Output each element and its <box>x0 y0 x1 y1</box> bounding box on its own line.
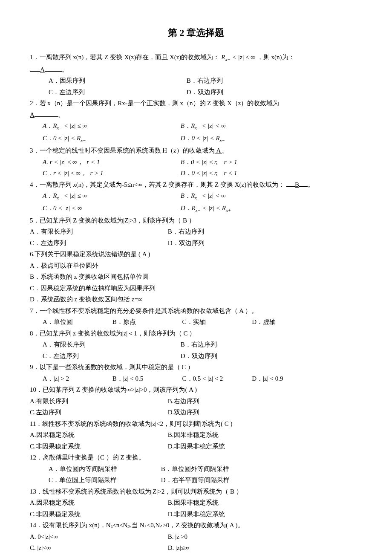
q9-opt-d: D．|z| < 0.9 <box>252 374 320 384</box>
q9-opt-b: B．|z| < 0.5 <box>112 374 181 384</box>
q9-opt-c: C．0.5 < |z| < 2 <box>182 374 251 384</box>
q5-row-cd: C．左边序列 D．双边序列 <box>30 238 362 248</box>
question-5: 5．已知某序列 Z 变换的收敛域为|Z|>3，则该序列为（ B ） <box>30 216 362 225</box>
q8-opt-b: B．右边序列 <box>181 340 317 350</box>
q3-opt-d: D．0 ≤ |z| ≤ r, r < 1 <box>181 168 317 178</box>
q10-opt-c: C.左边序列 <box>30 408 166 417</box>
q3-stem: 3．一个稳定的线性时不变因果系统的系统函数 H（z）的收敛域为 <box>30 147 215 154</box>
q2-answer: A <box>30 111 35 118</box>
q4-opt-c: C．0 < |z| < ∞ <box>43 203 179 213</box>
q7-opt-b: B．原点 <box>112 317 181 327</box>
q11-opt-d: D.非因果非稳定系统 <box>168 442 304 451</box>
q3-row-ab: A. r < |z| ≤ ∞， r < 1 B．0 < |z| ≤ r, r >… <box>30 157 362 167</box>
q11-row-ab: A.因果稳定系统 B.因果非稳定系统 <box>30 430 362 440</box>
q8-row-ab: A．有限长序列 B．右边序列 <box>30 340 362 350</box>
q7-opt-a: A．单位圆 <box>43 317 111 327</box>
q2-row-ab: A．Rx− < |z| ≤ ∞ B．Rx− < |z| < ∞ <box>30 121 362 132</box>
question-1: 1．一离散序列 x(n)，若其 Z 变换 X(z)存在，而且 X(z)的收敛域为… <box>30 52 362 63</box>
q4-period: 。 <box>308 181 314 188</box>
q2-period: 。 <box>58 111 64 118</box>
q3-opt-b: B．0 < |z| ≤ r, r > 1 <box>181 157 317 167</box>
q4-opt-b: B．Rx− < |z| < ∞ <box>181 191 317 202</box>
q13-opt-b: B.因果非稳定系统 <box>168 498 304 508</box>
q11-opt-a: A.因果稳定系统 <box>30 430 166 440</box>
q13-opt-a: A.因果稳定系统 <box>30 498 166 508</box>
q10-opt-b: B.右边序列 <box>168 396 304 406</box>
question-12: 12．离散傅里叶变换是（C ）的 Z 变换。 <box>30 453 362 462</box>
q11-opt-c: C.非因果稳定系统 <box>30 442 166 451</box>
q7-row: A．单位圆 B．原点 C．实轴 D．虚轴 <box>30 317 362 327</box>
q10-opt-d: D.双边序列 <box>168 408 304 417</box>
q14-opt-d: D. |z|≤∞ <box>168 543 304 553</box>
q1-opt-a: A．因果序列 <box>49 76 185 86</box>
q6-opt-b: B．系统函数的 z 变换收敛区间包括单位圆 <box>30 272 362 282</box>
question-13: 13．线性移不变系统的系统函数的收敛域为|Z|>2，则可以判断系统为（ B ） <box>30 487 362 497</box>
q4-opt-a: A．Rx− < |z| ≤ ∞ <box>43 191 179 202</box>
q10-row-ab: A.有限长序列 B.右边序列 <box>30 396 362 406</box>
q12-opt-d: D．右半平面等间隔采样 <box>161 475 297 485</box>
q1-row-ab: A．因果序列 B．右边序列 <box>30 76 362 86</box>
q6-opt-a: A．极点可以在单位圆外 <box>30 261 362 271</box>
q12-opt-b: B．单位圆外等间隔采样 <box>161 464 297 474</box>
q13-row-cd: C.非因果稳定系统 D.非因果非稳定系统 <box>30 509 362 519</box>
q4-row-ab: A．Rx− < |z| ≤ ∞ B．Rx− < |z| < ∞ <box>30 191 362 202</box>
q6-opt-c: C．因果稳定系统的单位抽样响应为因果序列 <box>30 283 362 293</box>
q7-opt-d: D．虚轴 <box>252 317 320 327</box>
q5-row-ab: A．有限长序列 B．右边序列 <box>30 227 362 237</box>
q2-opt-b: B．Rx− < |z| < ∞ <box>181 121 317 132</box>
question-14: 14．设有限长序列为 x(n)，N₁≤n≤N₂,当 N₁<0,N₂>0，Z 变换… <box>30 520 362 530</box>
q2-opt-c: C．0 ≤ |z| < Rx− <box>43 133 179 144</box>
q4-answer: B <box>295 181 299 188</box>
q11-opt-b: B.因果非稳定系统 <box>168 430 304 440</box>
q1-opt-b: B．右边序列 <box>187 76 323 86</box>
q13-opt-c: C.非因果稳定系统 <box>30 509 166 519</box>
q1-opt-c: C．左边序列 <box>49 87 185 97</box>
question-11: 11．线性移不变系统的系统函数的收敛域为|z|<2，则可以判断系统为( C ) <box>30 419 362 429</box>
q5-opt-d: D．双边序列 <box>168 238 304 248</box>
q14-row-cd: C. |z|<∞ D. |z|≤∞ <box>30 543 362 553</box>
q1-row-cd: C．左边序列 D．双边序列 <box>30 87 362 97</box>
q9-row: A．|z| > 2 B．|z| < 0.5 C．0.5 < |z| < 2 D．… <box>30 374 362 384</box>
q5-opt-a: A．有限长序列 <box>30 227 166 237</box>
q12-row-ab: A．单位圆内等间隔采样 B．单位圆外等间隔采样 <box>30 464 362 474</box>
q1-stem-a: 1．一离散序列 x(n)，若其 Z 变换 X(z)存在，而且 X(z)的收敛域为… <box>30 54 219 61</box>
q8-opt-a: A．有限长序列 <box>43 340 179 350</box>
q5-opt-c: C．左边序列 <box>30 238 166 248</box>
q2-answer-line: A。 <box>30 110 362 120</box>
q4-opt-d: D．Rx− < |z| < Rx+ <box>181 203 317 214</box>
q8-row-cd: C．左边序列 D．双边序列 <box>30 351 362 361</box>
q12-opt-c: C．单位圆上等间隔采样 <box>49 475 159 485</box>
q3-opt-c: C．r < |z| ≤ ∞， r > 1 <box>43 168 179 178</box>
q3-period: 。 <box>222 147 228 154</box>
q1-math: Rx− < |z| ≤ ∞ <box>221 54 255 61</box>
q6-opt-d: D．系统函数的 z 变换收敛区间包括 z=∞ <box>30 295 362 304</box>
q10-opt-a: A.有限长序列 <box>30 396 166 406</box>
q14-row-ab: A. 0<|z|<∞ B. |z|>0 <box>30 532 362 542</box>
question-8: 8．已知某序列 z 变换的收敛域为|z|＜1，则该序列为（ C ） <box>30 329 362 338</box>
q14-opt-a: A. 0<|z|<∞ <box>30 532 166 542</box>
question-6: 6.下列关于因果稳定系统说法错误的是 ( A ) <box>30 249 362 259</box>
page-title: 第 2 章选择题 <box>30 26 362 40</box>
q12-opt-a: A．单位圆内等间隔采样 <box>49 464 159 474</box>
question-4: 4．一离散序列 x(n)，其定义域为-5≤n<∞，若其 Z 变换存在，则其 Z … <box>30 180 362 190</box>
question-9: 9．以下是一些系统函数的收敛域，则其中稳定的是（ C ） <box>30 362 362 372</box>
q4-stem: 4．一离散序列 x(n)，其定义域为-5≤n<∞，若其 Z 变换存在，则其 Z … <box>30 181 285 188</box>
q10-row-cd: C.左边序列 D.双边序列 <box>30 408 362 417</box>
q8-opt-c: C．左边序列 <box>43 351 179 361</box>
q1-answer: A <box>40 66 45 73</box>
q11-row-cd: C.非因果稳定系统 D.非因果非稳定系统 <box>30 442 362 451</box>
q2-row-cd: C．0 ≤ |z| < Rx− D．0 < |z| < Rx− <box>30 133 362 144</box>
q13-opt-d: D.非因果非稳定系统 <box>168 509 304 519</box>
q8-opt-d: D．双边序列 <box>181 351 317 361</box>
q4-row-cd: C．0 < |z| < ∞ D．Rx− < |z| < Rx+ <box>30 203 362 214</box>
question-10: 10．已知某序列 Z 变换的收敛域为∞>|z|>0，则该序列为( A ) <box>30 385 362 395</box>
question-2: 2．若 x（n）是一个因果序列，Rx-是一个正实数，则 x（n）的 Z 变换 X… <box>30 98 362 108</box>
q12-row-cd: C．单位圆上等间隔采样 D．右半平面等间隔采样 <box>30 475 362 485</box>
q3-row-cd: C．r < |z| ≤ ∞， r > 1 D．0 ≤ |z| ≤ r, r < … <box>30 168 362 178</box>
q1-opt-d: D．双边序列 <box>187 87 323 97</box>
q3-opt-a: A. r < |z| ≤ ∞， r < 1 <box>43 157 179 167</box>
q1-answer-line: A。 <box>30 65 362 75</box>
q1-period: 。 <box>62 66 68 73</box>
q1-stem-b: ，则 x(n)为： <box>257 54 295 61</box>
q9-opt-a: A．|z| > 2 <box>43 374 111 384</box>
